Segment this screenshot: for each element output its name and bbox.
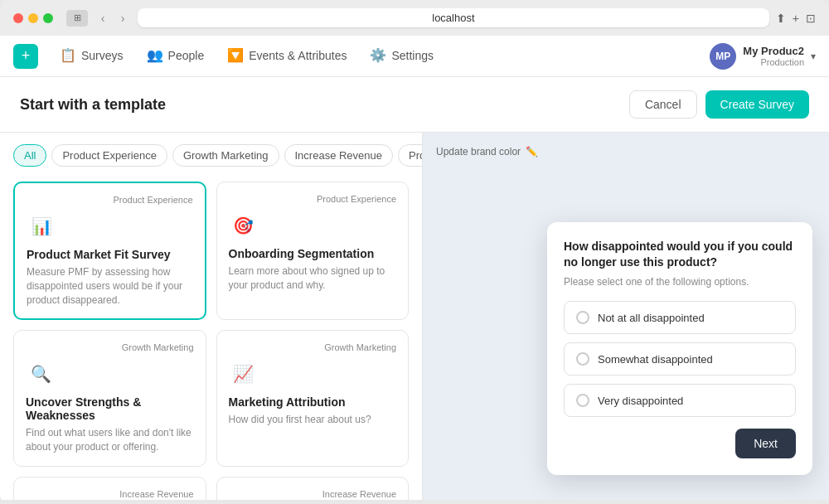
survey-subtitle: Please select one of the following optio… bbox=[564, 276, 796, 288]
filter-tab-increase-revenue[interactable]: Increase Revenue bbox=[284, 144, 394, 167]
radio-very-disappointed[interactable] bbox=[576, 394, 589, 407]
browser-chrome: ⊞ ‹ › localhost ⬆ + ⊡ bbox=[0, 0, 829, 36]
card-icon-onboarding: 🎯 bbox=[229, 211, 259, 240]
left-panel: All Product Experience Growth Marketing … bbox=[0, 133, 423, 500]
account-dropdown-button[interactable]: ▾ bbox=[811, 51, 816, 62]
share-button[interactable]: ⬆ bbox=[776, 12, 786, 25]
next-button[interactable]: Next bbox=[735, 429, 796, 458]
app-container: + 📋 Surveys 👥 People 🔽 Events & Attribut… bbox=[0, 36, 829, 500]
survey-footer: Next bbox=[564, 429, 796, 458]
traffic-lights bbox=[13, 13, 53, 23]
page-title: Start with a template bbox=[20, 96, 166, 114]
survey-option-2[interactable]: Very disappointed bbox=[564, 384, 796, 417]
forward-button[interactable]: › bbox=[114, 10, 131, 27]
avatar: MP bbox=[710, 43, 736, 70]
nav-items: 📋 Surveys 👥 People 🔽 Events & Attributes… bbox=[48, 36, 710, 77]
radio-somewhat-disappointed[interactable] bbox=[576, 352, 589, 366]
events-icon: 🔽 bbox=[227, 47, 244, 63]
card-tag: Product Experience bbox=[229, 194, 397, 204]
nav-buttons: ‹ › bbox=[95, 10, 131, 27]
template-card-onboarding[interactable]: Product Experience 🎯 Onboarding Segmenta… bbox=[216, 182, 410, 320]
minimize-button[interactable] bbox=[28, 13, 38, 23]
template-card-attribution[interactable]: Growth Marketing 📈 Marketing Attribution… bbox=[216, 330, 410, 467]
browser-controls: ⊞ bbox=[66, 10, 88, 27]
window-controls-button[interactable]: ⊞ bbox=[66, 10, 88, 27]
card-tag: Growth Marketing bbox=[26, 342, 194, 352]
title-bar: ⊞ ‹ › localhost ⬆ + ⊡ bbox=[0, 0, 829, 36]
maximize-button[interactable] bbox=[43, 13, 53, 23]
survey-preview-card: How disappointed would you if you could … bbox=[547, 222, 812, 475]
card-title: Uncover Strengths & Weaknesses bbox=[26, 395, 194, 422]
surveys-icon: 📋 bbox=[60, 47, 76, 63]
filter-tab-growth-marketing[interactable]: Growth Marketing bbox=[172, 144, 279, 167]
filter-tab-product-experience[interactable]: Product Experience bbox=[51, 144, 167, 167]
nav-item-settings[interactable]: ⚙️ Settings bbox=[358, 36, 445, 77]
filter-tab-all[interactable]: All bbox=[13, 144, 46, 167]
browser-actions: ⬆ + ⊡ bbox=[776, 12, 816, 25]
survey-option-1[interactable]: Somewhat disappointed bbox=[564, 342, 796, 376]
survey-question: How disappointed would you if you could … bbox=[564, 239, 796, 271]
card-title: Product Market Fit Survey bbox=[27, 248, 193, 261]
card-tag: Growth Marketing bbox=[229, 342, 397, 352]
template-card-strengths[interactable]: Growth Marketing 🔍 Uncover Strengths & W… bbox=[13, 330, 206, 467]
add-button[interactable]: + bbox=[13, 44, 38, 69]
radio-not-disappointed[interactable] bbox=[576, 311, 589, 324]
address-bar[interactable]: localhost bbox=[138, 8, 769, 27]
card-tag: Increase Revenue bbox=[229, 489, 397, 499]
template-card-pmf[interactable]: Product Experience 📊 Product Market Fit … bbox=[13, 182, 206, 320]
card-desc: Find out what users like and don't like … bbox=[26, 426, 194, 454]
nav-item-people[interactable]: 👥 People bbox=[135, 36, 216, 77]
page-header: Start with a template Cancel Create Surv… bbox=[0, 77, 829, 133]
close-button[interactable] bbox=[13, 13, 23, 23]
filter-tabs: All Product Experience Growth Marketing … bbox=[0, 133, 422, 175]
extensions-button[interactable]: ⊡ bbox=[806, 12, 816, 25]
card-icon-pmf: 📊 bbox=[27, 211, 56, 241]
template-card-trial[interactable]: Increase Revenue ✏️ Missed Trial Convers… bbox=[216, 477, 410, 500]
card-desc: Measure PMF by assessing how disappointe… bbox=[27, 265, 193, 307]
template-grid: Product Experience 📊 Product Market Fit … bbox=[0, 175, 422, 500]
new-tab-button[interactable]: + bbox=[793, 12, 799, 25]
card-icon-strengths: 🔍 bbox=[26, 359, 56, 389]
account-info: My Produc2 Production bbox=[743, 45, 804, 67]
header-actions: Cancel Create Survey bbox=[629, 90, 809, 119]
back-button[interactable]: ‹ bbox=[95, 10, 111, 27]
card-icon-attribution: 📈 bbox=[229, 359, 259, 389]
card-tag: Product Experience bbox=[27, 195, 193, 205]
top-nav: + 📋 Surveys 👥 People 🔽 Events & Attribut… bbox=[0, 36, 829, 77]
cancel-button[interactable]: Cancel bbox=[629, 90, 697, 119]
card-title: Onboarding Segmentation bbox=[229, 247, 397, 260]
template-card-churn[interactable]: Increase Revenue 💰 Churn Survey Find out… bbox=[13, 477, 206, 500]
pencil-icon: ✏️ bbox=[526, 146, 538, 158]
main-content: All Product Experience Growth Marketing … bbox=[0, 133, 829, 500]
card-desc: Learn more about who signed up to your p… bbox=[229, 264, 397, 293]
card-tag: Increase Revenue bbox=[26, 489, 194, 499]
card-title: Marketing Attribution bbox=[229, 395, 397, 409]
nav-item-surveys[interactable]: 📋 Surveys bbox=[48, 36, 135, 77]
right-panel: Update brand color ✏️ How disappointed w… bbox=[423, 133, 829, 500]
people-icon: 👥 bbox=[147, 47, 163, 63]
nav-right: MP My Produc2 Production ▾ bbox=[710, 43, 816, 70]
brand-color-bar[interactable]: Update brand color ✏️ bbox=[436, 146, 538, 158]
survey-option-0[interactable]: Not at all disappointed bbox=[564, 301, 796, 334]
filter-tab-product-exploration[interactable]: Product Exploration bbox=[398, 144, 423, 167]
card-desc: How did you first hear about us? bbox=[229, 413, 397, 427]
settings-icon: ⚙️ bbox=[370, 47, 386, 63]
create-survey-button[interactable]: Create Survey bbox=[705, 90, 809, 119]
nav-item-events[interactable]: 🔽 Events & Attributes bbox=[216, 36, 358, 77]
survey-options: Not at all disappointed Somewhat disappo… bbox=[564, 301, 796, 417]
